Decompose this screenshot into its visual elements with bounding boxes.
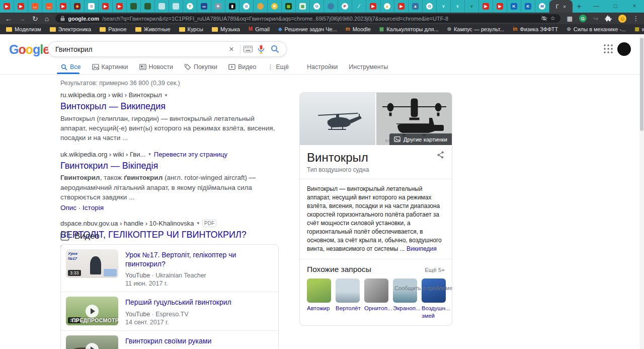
browser-tab[interactable]: G [423,0,437,13]
result-title[interactable]: Гвинтокрил — Вікіпедія [60,160,276,172]
page-scrollbar[interactable] [639,34,644,349]
tab-tools[interactable]: Инструменты [343,63,393,71]
browser-tab[interactable]: ▶ [14,0,28,13]
browser-tab[interactable]: ▶ [394,0,409,13]
browser-tab[interactable]: vs [197,0,211,13]
back-icon[interactable]: ← [5,15,12,22]
browser-tab[interactable]: ▶ [99,0,113,13]
browser-tab[interactable]: ∕ [352,0,366,13]
video-title[interactable]: Гвинтокрил своїми руками [125,336,222,345]
browser-tab[interactable]: ▦ [282,0,296,13]
browser-tab[interactable]: ▮ [225,0,239,13]
tab-videos[interactable]: Видео [223,63,262,71]
video-thumbnail[interactable]: Урок №17 3:33 [66,249,118,278]
browser-tab[interactable]: K [507,0,521,13]
clear-icon[interactable]: × [226,44,237,54]
bookmark-item[interactable]: ▩www.falstad.com/ci... [634,26,644,32]
video-thumbnail[interactable]: 3:25 ПРЕДПРОСМОТР [66,335,118,349]
bookmark-item[interactable]: inФизика ЗФФТТ [513,26,558,32]
breadcrumb[interactable]: dspace.nbuv.gov.ua › handle › 10-Khalino… [60,220,276,227]
eye-hidden-icon[interactable] [541,15,547,22]
bookmark-item[interactable]: ▦Калькуляторы для... [379,26,439,32]
browser-tab[interactable]: ☀ [268,0,282,13]
tab-all[interactable]: Все [55,63,87,71]
translate-link[interactable]: Перевести эту страницу [154,151,227,158]
share-icon[interactable] [436,151,445,159]
browser-tab[interactable]: ∨ [451,0,465,13]
browser-tab[interactable] [127,0,141,13]
browser-tab[interactable] [169,0,183,13]
address-bar[interactable]: google.com/search?q=Гвинтокрил&rlz=1C1PR… [55,14,560,23]
browser-tab[interactable] [324,0,338,13]
browser-tab[interactable]: ◡ [42,0,56,13]
chevron-down-icon[interactable]: ▾ [197,221,199,226]
browser-tab[interactable]: ∨ [465,0,479,13]
menu-dots-icon[interactable]: ⋮ [633,16,639,22]
helicopter-photo[interactable] [300,93,375,145]
account-avatar[interactable] [617,42,631,56]
browser-tab[interactable]: G [239,0,254,13]
chevron-down-icon[interactable]: ▾ [148,152,151,157]
microphone-icon[interactable] [258,45,265,54]
breadcrumb[interactable]: ru.wikipedia.org › wiki › Винтокрыл▾ [60,91,276,99]
browser-tab[interactable]: K [521,0,535,13]
result-sublinks[interactable]: Опис · Історія [60,204,276,212]
qr-code-icon[interactable]: ▦ [567,16,573,22]
related-more-link[interactable]: Ещё 5+ [425,267,445,273]
bookmark-item[interactable]: mMoodle [346,26,371,32]
video-title[interactable]: Перший гуцульський гвинтокрил [125,298,231,307]
bookmark-item[interactable]: Электроника [50,26,92,32]
browser-tab[interactable]: ✈ [211,0,225,13]
video-result[interactable]: 3:29 ПРЕДПРОСМОТР Перший гуцульський гви… [61,292,278,330]
grammarly-extension-icon[interactable]: G [579,15,587,22]
bookmark-item[interactable]: Курсы [179,26,203,32]
browser-tab[interactable]: ▶ [0,0,14,13]
breadcrumb[interactable]: uk.wikipedia.org › wiki › Гви...▾Перевес… [60,151,276,158]
bookmark-item[interactable]: Животные [135,26,171,32]
profile-avatar-icon[interactable]: ☺ [618,15,626,23]
active-tab[interactable]: Г × [549,0,573,13]
search-submit-icon[interactable] [271,45,279,53]
video-thumbnail[interactable]: 3:29 ПРЕДПРОСМОТР [66,297,118,325]
share-dim-icon[interactable]: ↪ [593,16,598,22]
tab-more[interactable]: ⋮ Ещё [262,63,294,71]
tab-close-icon[interactable]: × [563,4,566,10]
forward-icon[interactable]: → [19,15,26,22]
video-result[interactable]: Урок №17 3:33 Урок №17. Вертоліт, геліко… [61,245,278,292]
google-logo[interactable]: Google [9,42,49,57]
tab-news[interactable]: Новости [134,63,179,71]
home-icon[interactable]: ⌂ [45,15,49,22]
browser-tab[interactable]: ◆ [70,0,85,13]
browser-tab[interactable]: ∨ [437,0,451,13]
minimize-button[interactable]: — [587,0,606,13]
bookmark-star-icon[interactable]: ☆ [550,15,555,22]
browser-tab[interactable]: ▲ [409,0,423,13]
search-input[interactable]: Гвинтокрил [55,45,226,53]
tab-shopping[interactable]: Покупки [179,63,223,71]
bookmark-item[interactable]: Разное [100,26,126,32]
search-box[interactable]: Гвинтокрил × [48,41,287,57]
bookmark-item[interactable]: Моделизм [6,26,41,32]
browser-tab[interactable]: ▶ [479,0,493,13]
wikipedia-link[interactable]: Википедия [407,245,437,252]
browser-tab[interactable]: T [183,0,197,13]
bookmark-item[interactable]: ⊕Силы в механике -... [567,26,626,32]
close-button[interactable]: × [625,0,644,13]
tab-images[interactable]: Картинки [87,63,134,71]
browser-tab[interactable] [155,0,169,13]
result-title[interactable]: Винтокрыл — Википедия [60,101,276,112]
google-apps-grid-icon[interactable] [604,44,613,53]
browser-tab[interactable]: ▶ [56,0,70,13]
browser-tab[interactable]: ▶ [113,0,127,13]
extensions-puzzle-icon[interactable] [605,15,612,22]
tab-settings[interactable]: Настройки [301,63,343,71]
browser-tab[interactable]: ◡ [28,0,42,13]
browser-tab[interactable]: ▶ [366,0,380,13]
more-images-button[interactable]: Другие картинки [389,133,452,145]
feedback-link[interactable]: Сообщить о проблеме [299,285,452,291]
keyboard-icon[interactable] [244,46,253,52]
browser-tab[interactable]: ⊙ [85,0,99,13]
browser-tab[interactable]: M [535,0,549,13]
bookmark-item[interactable]: ⊕Кампус — результ... [447,26,505,32]
video-result[interactable]: 3:25 ПРЕДПРОСМОТР Гвинтокрил своїми рука… [61,330,278,349]
